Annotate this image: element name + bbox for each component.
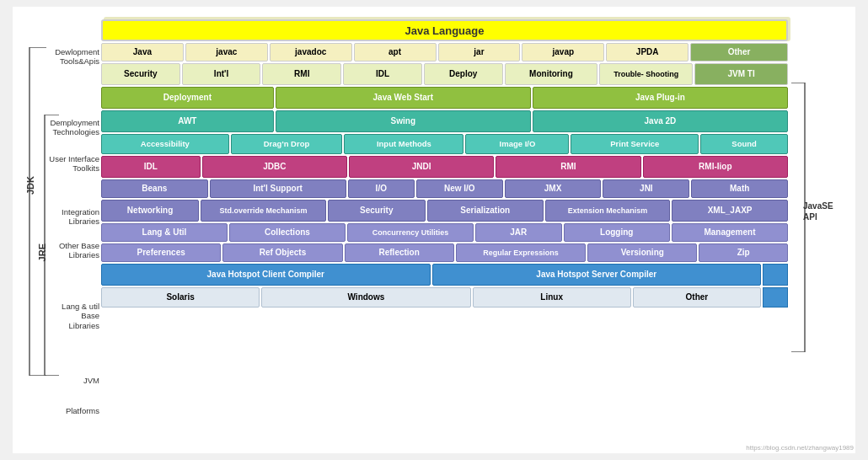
java2d-cell: Java 2D bbox=[533, 110, 788, 132]
dev-deploy: Deploy bbox=[424, 63, 503, 85]
versioning-cell: Versioning bbox=[587, 243, 697, 262]
dev-apt: apt bbox=[354, 43, 437, 62]
solaris-cell: Solaris bbox=[101, 287, 260, 308]
platforms-row: Solaris Windows Linux Other bbox=[101, 287, 788, 308]
jdk-label: JDK bbox=[25, 176, 35, 195]
java-web-start-cell: Java Web Start bbox=[276, 87, 531, 109]
hotspot-server-cell: Java Hotspot Server Compiler bbox=[432, 264, 762, 286]
reflection-cell: Reflection bbox=[345, 243, 454, 262]
java-language-cell: Java Language bbox=[101, 19, 788, 41]
lang-util-label: Lang & utilBase Libraries bbox=[49, 302, 99, 330]
diagram-wrapper: JDK JRE DewlopmentTools&Apis Demployment… bbox=[13, 7, 855, 453]
other-base-row2: Networking Std.override Mechanism Securi… bbox=[101, 200, 788, 222]
dev-javadoc: javadoc bbox=[270, 43, 352, 62]
dev-rmi: RMI bbox=[262, 63, 341, 85]
dev-jvmti: JVM TI bbox=[694, 63, 788, 85]
other-platform-cell: Other bbox=[633, 287, 761, 308]
linux-cell: Linux bbox=[473, 287, 631, 308]
collections-cell: Collections bbox=[229, 223, 346, 242]
management-cell: Management bbox=[672, 223, 788, 242]
accessibility-cell: Accessibility bbox=[101, 134, 229, 154]
swing-cell: Swing bbox=[276, 110, 531, 132]
deployment-label: DemploymentTechnologies bbox=[49, 118, 99, 137]
dev-intl: Int'l bbox=[182, 63, 261, 85]
jre-label: JRE bbox=[37, 243, 47, 261]
dev-javap: javap bbox=[522, 43, 604, 62]
idl-cell: IDL bbox=[101, 156, 201, 178]
ref-objects-cell: Ref Objects bbox=[222, 243, 342, 262]
jdbc-cell: JDBC bbox=[202, 156, 347, 178]
zip-cell: Zip bbox=[699, 243, 788, 262]
watermark: https://blog.csdn.net/zhangway1989 bbox=[746, 444, 854, 452]
io-cell: I/O bbox=[348, 179, 415, 198]
jvm-extra bbox=[763, 264, 788, 286]
dragndrop-cell: Drag'n Drop bbox=[231, 134, 343, 154]
api-text: API bbox=[803, 212, 817, 222]
hotspot-client-cell: Java Hotspot Client Compiler bbox=[101, 264, 431, 286]
concurrency-cell: Concurrency Utilities bbox=[347, 223, 474, 242]
javase-api-label: JavaSE API bbox=[803, 201, 841, 222]
dev-jar: jar bbox=[438, 43, 521, 62]
integration-label: IntegrationLibraries bbox=[49, 207, 99, 227]
center-diagram: Java Language Java javac javadoc apt jar… bbox=[101, 15, 788, 445]
integration-row: IDL JDBC JNDI RMI RMI-Iiop bbox=[101, 156, 788, 178]
dev-monitoring: Monitoring bbox=[505, 63, 598, 85]
windows-cell: Windows bbox=[261, 287, 470, 308]
jar-cell: JAR bbox=[475, 223, 562, 242]
rmi-int-cell: RMI bbox=[496, 156, 640, 178]
regex-cell: Regular Expressions bbox=[456, 243, 587, 262]
lang-util-row1: Lang & Util Collections Concurrency Util… bbox=[101, 223, 788, 242]
other-base-row1: Beans Int'l Support I/O New I/O JMX JNI … bbox=[101, 179, 788, 198]
dev-tools-row1: Java javac javadoc apt jar javap JPDA Ot… bbox=[101, 43, 788, 62]
java-plugin-cell: Java Plug-in bbox=[533, 87, 788, 109]
deployment-row: Deployment Java Web Start Java Plug-in bbox=[101, 87, 788, 109]
ui-toolkits-label: User InterfaceToolkits bbox=[49, 154, 99, 174]
security2-cell: Security bbox=[328, 200, 426, 222]
networking-cell: Networking bbox=[101, 200, 199, 222]
dev-tools-label: DewlopmentTools&Apis bbox=[49, 47, 99, 67]
xml-jaxp-cell: XML_JAXP bbox=[672, 200, 788, 222]
deployment-cell: Deployment bbox=[101, 87, 274, 109]
lang-util-row2: Preferences Ref Objects Reflection Regul… bbox=[101, 243, 788, 262]
ui-row2: Accessibility Drag'n Drop Input Methods … bbox=[101, 134, 788, 154]
dev-tools-row2: Security Int'l RMI IDL Deploy Monitoring… bbox=[101, 63, 788, 85]
dev-javac: javac bbox=[185, 43, 268, 62]
serialization-cell: Serialization bbox=[427, 200, 544, 222]
sound-cell: Sound bbox=[700, 134, 788, 154]
std-override-cell: Std.override Mechanism bbox=[201, 200, 326, 222]
right-labels: JavaSE API bbox=[788, 15, 847, 445]
beans-cell: Beans bbox=[101, 179, 208, 198]
print-service-cell: Print Service bbox=[571, 134, 699, 154]
dev-jpda: JPDA bbox=[606, 43, 689, 62]
jndi-cell: JNDI bbox=[349, 156, 494, 178]
jmx-cell: JMX bbox=[505, 179, 602, 198]
dev-java: Java bbox=[101, 43, 184, 62]
dev-idl: IDL bbox=[343, 63, 422, 85]
extension-mech-cell: Extension Mechanism bbox=[545, 200, 671, 222]
dev-security: Security bbox=[101, 63, 180, 85]
jni-cell: JNI bbox=[603, 179, 689, 198]
jvm-label: JVM bbox=[49, 376, 99, 385]
dev-other: Other bbox=[690, 43, 788, 62]
javase-text: JavaSE bbox=[803, 201, 833, 211]
dev-troubleshoot: Trouble- Shooting bbox=[599, 63, 693, 85]
left-labels: JDK JRE DewlopmentTools&Apis Demployment… bbox=[21, 15, 101, 445]
preferences-cell: Preferences bbox=[101, 243, 221, 262]
rmi-iiop-cell: RMI-Iiop bbox=[643, 156, 788, 178]
platform-right-blue bbox=[763, 287, 788, 308]
java-language-text: Java Language bbox=[405, 24, 485, 37]
logging-cell: Logging bbox=[564, 223, 670, 242]
math-cell: Math bbox=[691, 179, 788, 198]
image-io-cell: Image I/O bbox=[465, 134, 569, 154]
intl-support-cell: Int'l Support bbox=[210, 179, 346, 198]
input-methods-cell: Input Methods bbox=[344, 134, 463, 154]
awt-cell: AWT bbox=[101, 110, 274, 132]
jvm-row: Java Hotspot Client Compiler Java Hotspo… bbox=[101, 264, 788, 286]
new-io-cell: New I/O bbox=[416, 179, 503, 198]
platforms-label: Platforms bbox=[49, 406, 99, 415]
ui-row1: AWT Swing Java 2D bbox=[101, 110, 788, 132]
lang-util-cell: Lang & Util bbox=[101, 223, 228, 242]
other-base-label: Other BaseLibraries bbox=[49, 241, 99, 260]
